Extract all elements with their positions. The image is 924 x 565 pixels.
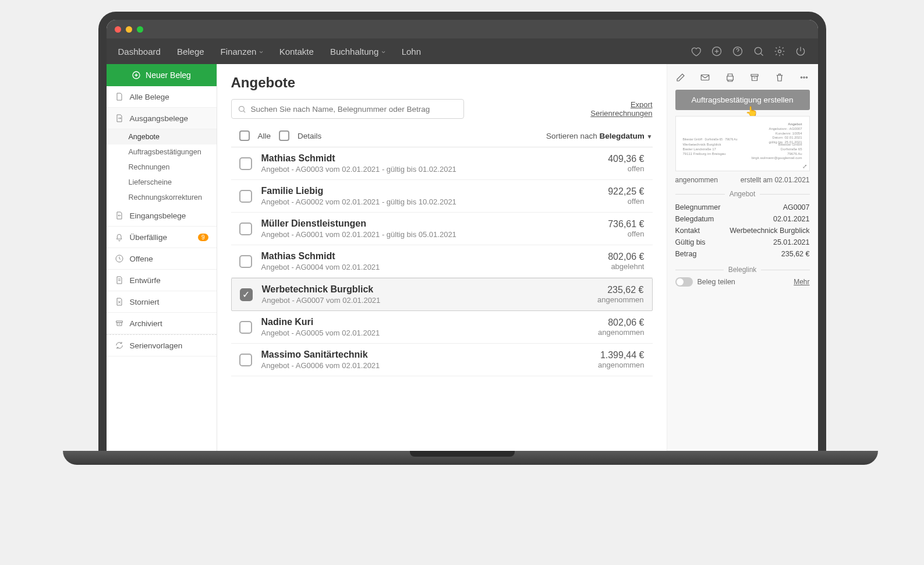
- cancel-doc-icon: [115, 297, 124, 306]
- list-row[interactable]: Nadine KuriAngebot - AG0005 vom 02.01.20…: [231, 311, 653, 344]
- nav-belege[interactable]: Belege: [177, 47, 204, 57]
- row-status: angenommen: [597, 295, 644, 304]
- row-status: angenommen: [598, 328, 645, 337]
- sidebar-ueberfaellige[interactable]: Überfällige 9: [107, 227, 217, 248]
- row-name: Nadine Kuri: [261, 317, 599, 327]
- list-row[interactable]: ✓Werbetechnick BurgblickAngebot - AG0007…: [231, 278, 653, 311]
- svg-point-9: [803, 77, 805, 78]
- row-status: angenommen: [598, 361, 645, 369]
- window-minimize-icon[interactable]: [126, 26, 132, 33]
- svg-point-8: [801, 77, 802, 78]
- row-amount: 736,61 €: [608, 219, 644, 229]
- sidebar-storniert[interactable]: Storniert: [107, 291, 217, 313]
- list-row[interactable]: Familie LiebigAngebot - AG0002 vom 02.01…: [231, 180, 653, 213]
- row-checkbox[interactable]: [239, 157, 252, 170]
- details-checkbox[interactable]: [279, 130, 289, 141]
- list-row[interactable]: Massimo SanitärtechnikAngebot - AG0006 v…: [231, 344, 653, 376]
- select-all-checkbox[interactable]: [239, 130, 250, 141]
- row-checkbox[interactable]: [239, 255, 252, 268]
- search-input[interactable]: [251, 105, 458, 114]
- list-row[interactable]: Mathias SchmidtAngebot - AG0004 vom 02.0…: [231, 245, 653, 278]
- list-row[interactable]: Mathias SchmidtAngebot - AG0003 vom 02.0…: [231, 147, 653, 180]
- power-icon[interactable]: [795, 45, 806, 57]
- sidebar-offene[interactable]: Offene: [107, 248, 217, 270]
- plus-circle-icon[interactable]: [711, 45, 723, 57]
- nav-buchhaltung[interactable]: Buchhaltung: [330, 47, 385, 57]
- row-checkbox[interactable]: [239, 190, 252, 203]
- detail-status: angenommen: [675, 176, 718, 184]
- document-in-icon: [115, 211, 124, 220]
- nav-lohn[interactable]: Lohn: [402, 47, 421, 57]
- gear-icon[interactable]: [774, 45, 785, 57]
- new-beleg-button[interactable]: Neuer Beleg: [107, 64, 217, 86]
- row-checkbox[interactable]: ✓: [240, 288, 253, 301]
- row-meta: Angebot - AG0004 vom 02.01.2021: [261, 263, 608, 271]
- create-order-confirmation-button[interactable]: Auftragsbestätigung erstellen 👆: [675, 90, 810, 110]
- sidebar-archiviert[interactable]: Archiviert: [107, 313, 217, 334]
- search-icon[interactable]: [753, 45, 764, 57]
- export-link[interactable]: Export: [590, 100, 652, 109]
- detail-panel: Auftragsbestätigung erstellen 👆 Angebot …: [667, 64, 818, 451]
- label-alle: Alle: [258, 132, 271, 140]
- sidebar-entwuerfe[interactable]: Entwürfe: [107, 270, 217, 291]
- beleg-teilen-toggle[interactable]: [675, 277, 693, 287]
- row-status: offen: [608, 164, 644, 173]
- row-checkbox[interactable]: [239, 321, 252, 334]
- more-icon[interactable]: [799, 72, 809, 83]
- detail-field: Betrag235,62 €: [675, 248, 810, 260]
- chevron-down-icon: [381, 47, 385, 57]
- row-meta: Angebot - AG0006 vom 02.01.2021: [261, 361, 599, 370]
- serienrechnungen-link[interactable]: Serienrechnungen: [590, 109, 652, 118]
- sidebar-rechnungskorrekturen[interactable]: Rechnungskorrekturen: [107, 190, 217, 205]
- nav-dashboard[interactable]: Dashboard: [118, 47, 161, 57]
- row-name: Mathias Schmidt: [261, 251, 608, 262]
- row-amount: 235,62 €: [597, 285, 644, 295]
- detail-field: BelegnummerAG0007: [675, 202, 810, 213]
- sidebar-serienvorlagen[interactable]: Serienvorlagen: [107, 334, 217, 356]
- row-meta: Angebot - AG0003 vom 02.01.2021 - gültig…: [261, 165, 608, 174]
- main-content: Angebote Export Serienrechnungen Alle De…: [217, 64, 667, 451]
- sort-dropdown[interactable]: Sortieren nach Belegdatum ▼: [546, 132, 653, 140]
- nav-finanzen[interactable]: Finanzen: [221, 47, 263, 57]
- clock-icon: [115, 254, 124, 263]
- row-name: Mathias Schmidt: [261, 153, 608, 164]
- search-box[interactable]: [231, 99, 464, 119]
- svg-point-3: [778, 50, 781, 53]
- beleg-teilen-label: Beleg teilen: [698, 278, 735, 286]
- nav-kontakte[interactable]: Kontakte: [279, 47, 314, 57]
- sidebar-auftragsbestaetigungen[interactable]: Auftragsbestätigungen: [107, 144, 217, 160]
- document-preview[interactable]: Angebot Angebotsnr.: AG0007 Kundennr. 10…: [675, 116, 810, 171]
- trash-icon[interactable]: [774, 72, 785, 83]
- detail-created: erstellt am 02.01.2021: [741, 176, 810, 184]
- print-icon[interactable]: [725, 72, 735, 83]
- window-maximize-icon[interactable]: [137, 26, 143, 33]
- row-checkbox[interactable]: [239, 223, 252, 235]
- row-checkbox[interactable]: [239, 354, 252, 366]
- edit-icon[interactable]: [675, 72, 686, 83]
- row-meta: Angebot - AG0007 vom 02.01.2021: [262, 296, 598, 305]
- svg-rect-7: [701, 75, 709, 80]
- archive-icon[interactable]: [749, 72, 760, 83]
- row-name: Familie Liebig: [261, 186, 608, 196]
- plus-circle-icon: [132, 70, 141, 80]
- row-status: offen: [608, 229, 644, 238]
- sidebar: Neuer Beleg Alle Belege Ausgangsbelege A…: [107, 64, 217, 451]
- help-icon[interactable]: [732, 45, 744, 57]
- sidebar-eingangsbelege[interactable]: Eingangsbelege: [107, 205, 217, 227]
- row-meta: Angebot - AG0005 vom 02.01.2021: [261, 329, 599, 337]
- row-meta: Angebot - AG0002 vom 02.01.2021 - gültig…: [261, 197, 608, 206]
- svg-point-2: [755, 47, 762, 54]
- mehr-link[interactable]: Mehr: [794, 278, 809, 286]
- sidebar-alle-belege[interactable]: Alle Belege: [107, 86, 217, 108]
- bell-icon: [115, 232, 124, 242]
- row-name: Müller Dienstleistungen: [261, 218, 608, 229]
- window-close-icon[interactable]: [115, 26, 121, 33]
- mail-icon[interactable]: [700, 72, 710, 83]
- sidebar-ausgangsbelege[interactable]: Ausgangsbelege: [107, 108, 217, 129]
- sidebar.lieferscheine[interactable]: Lieferscheine: [107, 175, 217, 190]
- expand-icon[interactable]: ⤢: [802, 163, 807, 170]
- heart-icon[interactable]: [690, 45, 702, 57]
- sidebar-angebote[interactable]: Angebote: [107, 129, 217, 144]
- sidebar-rechnungen[interactable]: Rechnungen: [107, 160, 217, 175]
- list-row[interactable]: Müller DienstleistungenAngebot - AG0001 …: [231, 213, 653, 245]
